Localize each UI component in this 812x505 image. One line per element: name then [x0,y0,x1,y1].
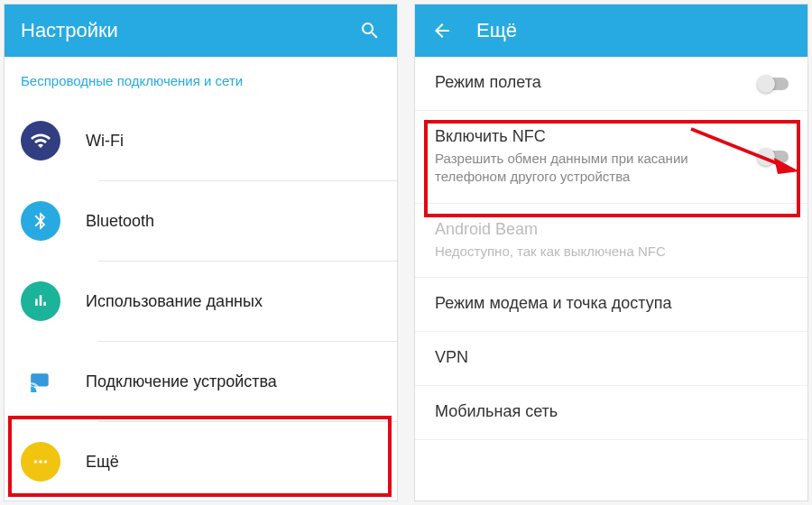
list-item-label: Использование данных [86,292,263,311]
appbar-title: Ещё [476,19,791,42]
list-item-sublabel: Недоступно, так как выключена NFC [435,243,666,261]
svg-point-3 [44,460,48,464]
airplane-toggle[interactable] [757,74,793,94]
list-item-label: Режим полета [435,73,541,92]
appbar: Настройки [5,5,397,57]
list-item-label: Мобильная сеть [435,402,558,421]
list-item-wifi[interactable]: Wi-Fi [5,101,397,180]
settings-list: Wi-Fi Bluetooth Использование данных Под… [5,101,397,500]
list-item-sublabel: Разрешить обмен данными при касании теле… [435,150,744,187]
search-icon[interactable] [359,20,381,41]
list-item-datausage[interactable]: Использование данных [5,262,397,341]
list-item-more[interactable]: Ещё [5,422,397,500]
more-list: Режим полета Включить NFC Разрешить обме… [415,57,807,500]
list-item-label: Android Beam [435,220,538,239]
wifi-icon [21,121,60,161]
list-item-bluetooth[interactable]: Bluetooth [5,181,397,261]
cast-icon [21,362,60,401]
list-item-label: Bluetooth [86,212,154,231]
list-item-label: Режим модема и точка доступа [435,294,671,313]
settings-screen: Настройки Беспроводные подключения и сет… [4,4,398,501]
list-item-mobile-network[interactable]: Мобильная сеть [415,386,807,440]
list-item-connect-device[interactable]: Подключение устройства [5,342,397,421]
more-screen: Ещё Режим полета Включить NFC Разрешить … [414,4,808,501]
appbar: Ещё [415,5,807,57]
list-item-label: Подключение устройства [86,372,277,391]
nfc-toggle[interactable] [757,147,793,167]
svg-point-2 [39,460,42,464]
list-item-nfc[interactable]: Включить NFC Разрешить обмен данными при… [415,111,807,204]
list-item-tethering[interactable]: Режим модема и точка доступа [415,278,807,332]
appbar-title: Настройки [21,19,359,42]
back-icon[interactable] [431,20,453,41]
list-item-label: Ещё [86,453,119,472]
list-item-label: Wi-Fi [86,132,124,151]
more-icon [21,442,60,482]
list-item-android-beam: Android Beam Недоступно, так как выключе… [415,204,807,278]
list-item-airplane[interactable]: Режим полета [415,57,807,111]
svg-point-1 [34,460,38,464]
list-item-label: VPN [435,348,468,367]
list-item-label: Включить NFC [435,127,546,146]
data-usage-icon [21,281,60,321]
section-header-wireless: Беспроводные подключения и сети [5,57,397,101]
list-item-vpn[interactable]: VPN [415,332,807,386]
bluetooth-icon [21,201,60,241]
